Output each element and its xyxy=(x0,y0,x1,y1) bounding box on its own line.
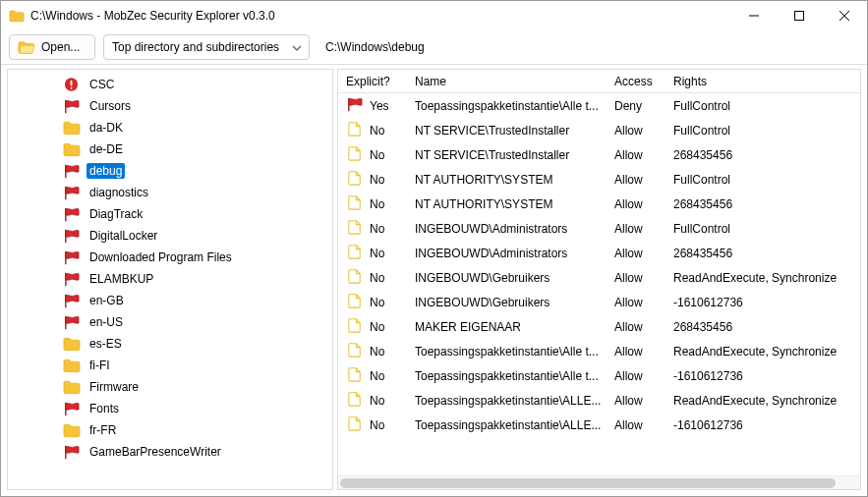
cell-rights: 268435456 xyxy=(673,197,860,211)
cell-name: Toepassingspakketinstantie\ALLE... xyxy=(411,418,614,432)
tree-item-label: Firmware xyxy=(87,379,142,395)
folder-tree[interactable]: CSCCursorsda-DKde-DEdebugdiagnosticsDiag… xyxy=(7,69,333,490)
titlebar: C:\Windows - MobZec Security Explorer v0… xyxy=(1,1,867,30)
cell-name: NT SERVICE\TrustedInstaller xyxy=(411,148,614,162)
acl-row[interactable]: NoNT SERVICE\TrustedInstallerAllow268435… xyxy=(338,142,860,167)
acl-row[interactable]: NoToepassingspakketinstantie\ALLE...Allo… xyxy=(338,413,860,437)
cell-explicit: No xyxy=(370,418,384,432)
tree-item[interactable]: debug xyxy=(8,160,332,182)
tree-item[interactable]: Downloaded Program Files xyxy=(8,247,332,268)
file-icon xyxy=(346,415,364,434)
tree-item[interactable]: es-ES xyxy=(8,333,332,355)
file-icon xyxy=(346,317,364,336)
tree-item[interactable]: de-DE xyxy=(8,138,332,160)
tree-item-label: diagnostics xyxy=(87,185,151,200)
cell-explicit: No xyxy=(370,296,384,309)
cell-name: Toepassingspakketinstantie\ALLE... xyxy=(411,394,614,408)
close-button[interactable] xyxy=(822,1,867,30)
tree-item[interactable]: diagnostics xyxy=(8,182,332,203)
acl-row[interactable]: YesToepassingspakketinstantie\Alle t...D… xyxy=(338,93,860,118)
tree-item[interactable]: fi-FI xyxy=(8,355,332,376)
tree-item[interactable]: CSC xyxy=(8,74,332,95)
acl-row[interactable]: NoNT SERVICE\TrustedInstallerAllowFullCo… xyxy=(338,118,860,142)
file-icon xyxy=(346,121,364,139)
tree-item-label: Fonts xyxy=(87,401,122,416)
cell-explicit: No xyxy=(370,394,384,408)
cell-access: Allow xyxy=(614,394,673,408)
file-icon xyxy=(346,293,364,311)
flag-icon xyxy=(63,271,81,287)
cell-access: Allow xyxy=(614,148,673,162)
tree-item-label: DiagTrack xyxy=(87,206,145,222)
cell-access: Allow xyxy=(614,247,673,260)
cell-name: Toepassingspakketinstantie\Alle t... xyxy=(411,345,614,359)
file-icon xyxy=(346,268,364,287)
tree-item-label: de-DE xyxy=(87,141,126,157)
col-header-rights[interactable]: Rights xyxy=(673,75,860,88)
flag-icon xyxy=(63,444,81,460)
scrollbar-thumb[interactable] xyxy=(340,478,836,488)
tree-item[interactable]: ELAMBKUP xyxy=(8,268,332,290)
scope-select[interactable]: Top directory and subdirectories xyxy=(103,34,310,60)
col-header-access[interactable]: Access xyxy=(614,75,673,88)
cell-name: Toepassingspakketinstantie\Alle t... xyxy=(411,369,614,383)
tree-item-label: es-ES xyxy=(87,336,125,352)
tree-item[interactable]: Firmware xyxy=(8,376,332,398)
tree-item[interactable]: Fonts xyxy=(8,398,332,419)
acl-row[interactable]: NoMAKER EIGENAARAllow268435456 xyxy=(338,314,860,339)
flag-icon xyxy=(63,314,81,330)
acl-row[interactable]: NoINGEBOUWD\AdministratorsAllowFullContr… xyxy=(338,216,860,241)
horizontal-scrollbar[interactable] xyxy=(338,475,860,489)
minimize-button[interactable] xyxy=(731,1,777,30)
tree-item-label: Cursors xyxy=(87,98,134,114)
file-icon xyxy=(346,391,364,410)
cell-access: Allow xyxy=(614,124,673,138)
tree-item[interactable]: Cursors xyxy=(8,95,332,117)
folder-icon xyxy=(63,358,81,373)
cell-rights: ReadAndExecute, Synchronize xyxy=(673,394,860,408)
cell-explicit: Yes xyxy=(370,99,389,113)
flag-icon xyxy=(63,293,81,308)
maximize-button[interactable] xyxy=(777,1,822,30)
cell-rights: -1610612736 xyxy=(673,418,860,432)
acl-header-row: Explicit? Name Access Rights xyxy=(338,70,860,93)
tree-item[interactable]: fr-FR xyxy=(8,419,332,441)
acl-row[interactable]: NoNT AUTHORITY\SYSTEMAllow268435456 xyxy=(338,192,860,216)
tree-item-label: CSC xyxy=(87,77,117,92)
cell-access: Allow xyxy=(614,369,673,383)
tree-item-label: ELAMBKUP xyxy=(87,271,156,287)
folder-icon xyxy=(63,379,81,395)
flag-icon xyxy=(346,96,364,115)
tree-item[interactable]: en-US xyxy=(8,311,332,333)
cell-rights: 268435456 xyxy=(673,247,860,260)
cell-access: Allow xyxy=(614,271,673,285)
tree-item[interactable]: DiagTrack xyxy=(8,203,332,225)
acl-row[interactable]: NoToepassingspakketinstantie\ALLE...Allo… xyxy=(338,388,860,413)
alert-icon xyxy=(63,77,81,92)
flag-icon xyxy=(63,206,81,222)
cell-access: Allow xyxy=(614,197,673,211)
acl-row[interactable]: NoINGEBOUWD\GebruikersAllowReadAndExecut… xyxy=(338,265,860,290)
acl-row[interactable]: NoToepassingspakketinstantie\Alle t...Al… xyxy=(338,339,860,363)
folder-icon xyxy=(63,120,81,136)
flag-icon xyxy=(63,163,81,179)
acl-row[interactable]: NoINGEBOUWD\GebruikersAllow-1610612736 xyxy=(338,290,860,314)
flag-icon xyxy=(63,185,81,200)
cell-rights: ReadAndExecute, Synchronize xyxy=(673,345,860,359)
tree-item[interactable]: DigitalLocker xyxy=(8,225,332,247)
acl-row[interactable]: NoToepassingspakketinstantie\Alle t...Al… xyxy=(338,363,860,388)
tree-item[interactable]: GameBarPresenceWriter xyxy=(8,441,332,463)
cell-explicit: No xyxy=(370,173,384,187)
tree-item-label: en-US xyxy=(87,314,126,330)
cell-access: Deny xyxy=(614,99,673,113)
cell-explicit: No xyxy=(370,222,384,236)
acl-row[interactable]: NoNT AUTHORITY\SYSTEMAllowFullControl xyxy=(338,167,860,192)
flag-icon xyxy=(63,228,81,244)
open-button[interactable]: Open... xyxy=(9,34,95,60)
tree-item[interactable]: en-GB xyxy=(8,290,332,311)
tree-item[interactable]: da-DK xyxy=(8,117,332,138)
flag-icon xyxy=(63,98,81,114)
col-header-name[interactable]: Name xyxy=(411,75,614,88)
acl-row[interactable]: NoINGEBOUWD\AdministratorsAllow268435456 xyxy=(338,241,860,265)
col-header-explicit[interactable]: Explicit? xyxy=(338,75,411,88)
